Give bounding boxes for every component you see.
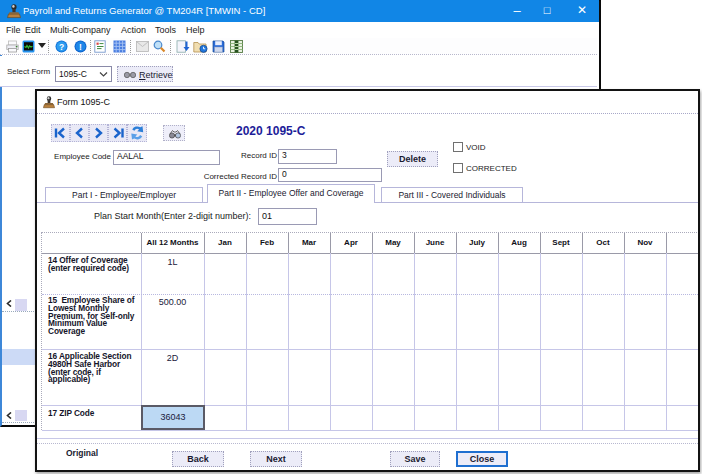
svg-text:?: ?: [59, 42, 64, 52]
svg-text:!: !: [79, 42, 82, 52]
